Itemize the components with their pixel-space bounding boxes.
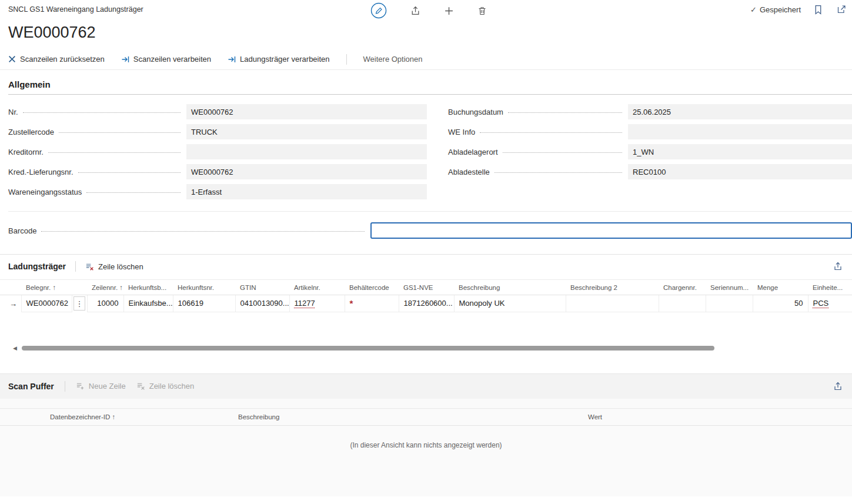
process-arrow-icon — [228, 55, 236, 64]
new-line-icon — [76, 382, 85, 390]
scrollbar-thumb[interactable] — [22, 346, 714, 351]
barcode-input[interactable] — [370, 222, 852, 239]
general-fields: Nr. WE0000762 Zustellercode TRUCK Kredit… — [8, 104, 852, 199]
cell-einheit[interactable]: PCS — [808, 295, 852, 312]
abladelagerort-input[interactable]: 1_WN — [628, 144, 852, 159]
top-bar: SNCL GS1 Wareneingang Ladungsträger — [0, 0, 852, 19]
we-info-input[interactable] — [628, 124, 852, 139]
topbar-right: ✓ Gespeichert — [750, 4, 847, 16]
cell-gtin[interactable]: 0410013090... — [235, 295, 289, 312]
dotted-leader — [495, 172, 622, 173]
col-wert[interactable]: Wert — [588, 413, 852, 420]
col-gtin[interactable]: GTIN — [235, 280, 289, 295]
scan-buffer-section: Scan Puffer Neue Zeile Zeile löschen — [0, 373, 852, 496]
dotted-leader — [48, 152, 181, 153]
scroll-left-button[interactable]: ◀ — [13, 345, 17, 351]
cell-herkunftsnr[interactable]: 106619 — [173, 295, 235, 312]
col-datenbezeichner-id[interactable]: Datenbezeichner-ID ↑ — [50, 413, 238, 420]
col-seriennr[interactable]: Seriennum... — [706, 280, 753, 295]
scan-new-line-button[interactable]: Neue Zeile — [76, 382, 126, 390]
share-button[interactable] — [409, 5, 422, 17]
dotted-leader — [23, 112, 181, 113]
col-einheit[interactable]: Einheite... — [808, 280, 852, 295]
scan-buffer-title: Scan Puffer — [8, 382, 54, 391]
bookmark-icon — [814, 5, 823, 15]
col-herkunftsb[interactable]: Herkunftsb... — [123, 280, 173, 295]
col-beschreibung[interactable]: Beschreibung — [238, 413, 588, 420]
col-beschreibung[interactable]: Beschreibung — [454, 280, 566, 295]
cell-gs1-nve[interactable]: 1871260600... — [399, 295, 454, 312]
cell-seriennr[interactable] — [706, 295, 753, 312]
field-label: Kred.-Lieferungsnr. — [8, 168, 78, 176]
col-chargennr[interactable]: Chargennr. — [659, 280, 706, 295]
field-label: Abladelagerort — [448, 148, 503, 156]
cell-artikelnr[interactable]: 11277 — [289, 295, 345, 312]
field-wareneingangsstatus: Wareneingangsstatus 1-Erfasst — [8, 184, 427, 199]
scan-buffer-head: Scan Puffer Neue Zeile Zeile löschen — [0, 374, 852, 399]
grid-empty-area — [0, 312, 852, 341]
buchungsdatum-input[interactable]: 25.06.2025 — [628, 104, 852, 119]
field-nr: Nr. WE0000762 — [8, 104, 427, 119]
cell-herkunftsb[interactable]: Einkaufsbe... — [123, 295, 173, 312]
process-arrow-icon — [121, 55, 129, 64]
cell-zeilennr[interactable]: 10000 — [87, 295, 123, 312]
cell-beschreibung[interactable]: Monopoly UK — [454, 295, 566, 312]
nr-input[interactable]: WE0000762 — [186, 104, 427, 119]
carrier-delete-line-button[interactable]: Zeile löschen — [85, 262, 143, 271]
delete-line-icon — [85, 262, 94, 271]
col-gs1-nve[interactable]: GS1-NVE — [399, 280, 454, 295]
page-title: WE0000762 — [8, 24, 852, 42]
kred-lieferungsnr-input[interactable]: WE0000762 — [186, 164, 427, 179]
cell-chargennr[interactable] — [659, 295, 706, 312]
field-label: Kreditornr. — [8, 148, 48, 156]
barcode-lead: Barcode — [8, 226, 370, 235]
new-button[interactable] — [443, 5, 455, 17]
required-asterisk: * — [350, 298, 353, 308]
process-scanlines-button[interactable]: Scanzeilen verarbeiten — [121, 55, 211, 64]
saved-label: Gespeichert — [760, 5, 801, 14]
bookmark-button[interactable] — [813, 4, 824, 16]
section-divider — [75, 261, 76, 272]
abladestelle-input[interactable]: REC0100 — [628, 164, 852, 179]
delete-button[interactable] — [476, 5, 488, 17]
more-options-button[interactable]: Weitere Optionen — [363, 55, 423, 64]
popout-icon — [837, 5, 846, 14]
horizontal-scrollbar: ◀ — [0, 344, 852, 352]
breadcrumb[interactable]: SNCL GS1 Wareneingang Ladungsträger — [8, 5, 143, 14]
dotted-leader — [508, 112, 622, 113]
carrier-share-button[interactable] — [832, 261, 844, 272]
row-menu-button[interactable]: ⋮ — [73, 296, 85, 311]
col-artikelnr[interactable]: Artikelnr. — [289, 280, 345, 295]
wareneingangsstatus-input[interactable]: 1-Erfasst — [186, 184, 427, 199]
kreditornr-input[interactable] — [186, 144, 427, 159]
share-icon — [410, 6, 420, 16]
field-abladestelle: Abladestelle REC0100 — [448, 164, 852, 179]
edit-button[interactable] — [369, 1, 388, 20]
col-behaeltercode[interactable]: Behältercode — [345, 280, 399, 295]
pencil-circle-icon — [370, 2, 387, 19]
field-abladelagerort: Abladelagerort 1_WN — [448, 144, 852, 159]
zustellercode-input[interactable]: TRUCK — [186, 124, 427, 139]
cell-behaeltercode[interactable]: * — [345, 295, 399, 312]
col-zeilennr[interactable]: Zeilennr. ↑ — [87, 280, 123, 295]
scan-delete-line-button[interactable]: Zeile löschen — [136, 382, 195, 390]
field-kreditornr: Kreditornr. — [8, 144, 427, 159]
cell-beschreibung2[interactable] — [566, 295, 659, 312]
cell-belegnr[interactable]: WE0000762 — [21, 295, 72, 312]
popout-button[interactable] — [836, 4, 847, 15]
col-menge[interactable]: Menge — [753, 280, 808, 295]
process-carriers-button[interactable]: Ladungsträger verarbeiten — [228, 55, 330, 64]
carrier-table-row: → WE0000762 ⋮ 10000 Einkaufsbe... 106619… — [0, 295, 852, 312]
delete-line-icon — [136, 382, 145, 390]
col-herkunftsnr[interactable]: Herkunftsnr. — [173, 280, 235, 295]
barcode-label: Barcode — [8, 226, 41, 235]
reset-scanlines-button[interactable]: Scanzeilen zurücksetzen — [8, 55, 105, 64]
general-section-title[interactable]: Allgemein — [8, 79, 852, 95]
col-beschreibung2[interactable]: Beschreibung 2 — [566, 280, 659, 295]
field-kred-lieferungsnr: Kred.-Lieferungsnr. WE0000762 — [8, 164, 427, 179]
col-belegnr[interactable]: Belegnr. ↑ — [21, 280, 87, 295]
cell-menge[interactable]: 50 — [753, 295, 808, 312]
share-icon — [833, 382, 843, 391]
scan-share-button[interactable] — [832, 380, 844, 392]
fields-right-column: Buchungsdatum 25.06.2025 WE Info Abladel… — [448, 104, 852, 199]
